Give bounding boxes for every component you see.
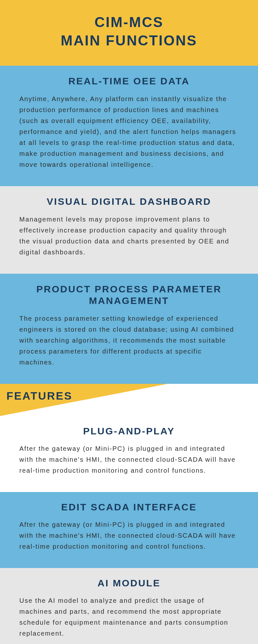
header-title: CIM-MCS MAIN FUNCTIONS	[6, 13, 252, 50]
header-line1: CIM-MCS	[94, 14, 164, 30]
section-body-dashboard: Management levels may propose improvemen…	[19, 214, 239, 258]
feature-plug-and-play: PLUG-AND-PLAY After the gateway (or Mini…	[0, 416, 258, 492]
section-parameter: PRODUCT PROCESS PARAMETER MANAGEMENT The…	[0, 274, 258, 384]
feature-ai-module: AI MODULE Use the AI model to analyze an…	[0, 568, 258, 644]
section-oee: REAL-TIME OEE DATA Anytime, Anywhere, An…	[0, 66, 258, 186]
section-dashboard: VISUAL DIGITAL DASHBOARD Management leve…	[0, 186, 258, 274]
header-line2: MAIN FUNCTIONS	[61, 33, 197, 48]
section-title-parameter: PRODUCT PROCESS PARAMETER MANAGEMENT	[19, 283, 239, 307]
feature-body-scada: After the gateway (or Mini-PC) is plugge…	[19, 519, 239, 552]
header: CIM-MCS MAIN FUNCTIONS	[0, 0, 258, 66]
feature-title-plug: PLUG-AND-PLAY	[19, 426, 239, 437]
feature-title-scada: EDIT SCADA INTERFACE	[19, 502, 239, 513]
section-title-dashboard: VISUAL DIGITAL DASHBOARD	[19, 196, 239, 207]
section-body-oee: Anytime, Anywhere, Any platform can inst…	[19, 93, 239, 170]
feature-body-ai: Use the AI model to analyze and predict …	[19, 595, 239, 639]
feature-body-plug: After the gateway (or Mini-PC) is plugge…	[19, 443, 239, 476]
feature-edit-scada: EDIT SCADA INTERFACE After the gateway (…	[0, 492, 258, 568]
section-body-parameter: The process parameter setting knowledge …	[19, 313, 239, 368]
section-title-oee: REAL-TIME OEE DATA	[19, 75, 239, 87]
features-label: FEATURES	[6, 390, 73, 402]
features-banner: FEATURES	[0, 384, 258, 416]
feature-title-ai: AI MODULE	[19, 578, 239, 589]
